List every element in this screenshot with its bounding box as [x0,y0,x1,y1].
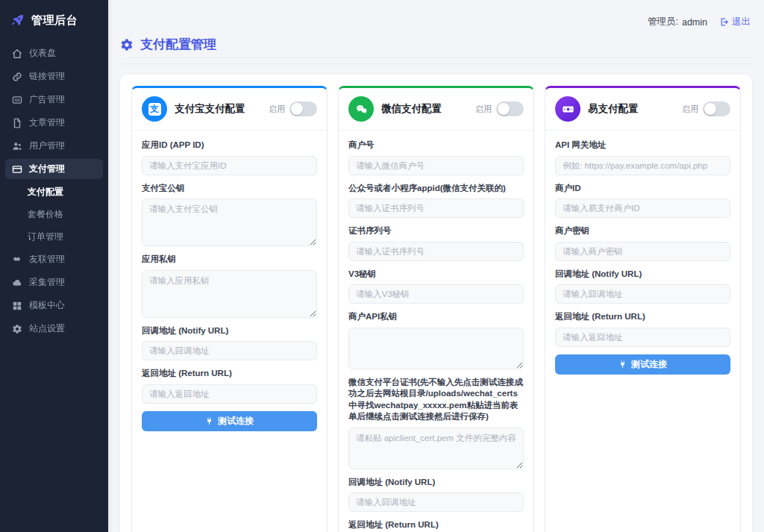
wechat-enable-toggle[interactable] [496,101,524,116]
alipay-enable-toggle[interactable] [289,101,317,116]
field-label: 回调地址 (Notify URL) [555,269,730,281]
plug-icon [205,417,213,425]
epay-merchant-id-input[interactable] [555,198,730,218]
payment-cards: 支 支付宝支付配置 启用 应用ID (APP ID) 支付宝公钥 [131,86,741,532]
epay-notify-url-input[interactable] [555,284,730,304]
field-label: 应用ID (APP ID) [142,140,317,151]
cloud-icon [12,278,22,288]
field-label: 应用私钥 [142,254,317,266]
grid-icon [12,301,22,311]
alipay-public-key-textarea[interactable] [142,198,317,246]
logout-icon [719,17,729,27]
logout-button[interactable]: 退出 [719,16,751,28]
sidebar-item-articles[interactable]: 文章管理 [5,113,103,133]
sidebar-item-label: 用户管理 [29,140,65,152]
sidebar-item-label: 仪表盘 [29,47,56,60]
toggle-knob [704,103,716,115]
plug-icon [619,360,627,369]
gear-icon [12,324,22,334]
sidebar-item-site-settings[interactable]: 站点设置 [5,319,103,339]
content-panel: 支 支付宝支付配置 启用 应用ID (APP ID) 支付宝公钥 [120,75,752,532]
field-label: 返回地址 (Return URL) [348,519,524,531]
alipay-test-connection-button[interactable]: 测试连接 [142,411,317,431]
enable-label: 启用 [682,104,698,115]
sidebar-item-label: 友联管理 [29,253,65,266]
wechat-cert-serial-input[interactable] [348,242,524,261]
button-label: 测试连接 [631,358,667,371]
field-label: 商户ID [555,183,730,195]
sidebar-item-label: 支付管理 [29,163,65,175]
enable-label: 启用 [269,104,285,115]
field-label: 返回地址 (Return URL) [142,368,317,380]
alipay-card-title: 支付宝支付配置 [175,102,261,116]
sidebar-item-friend-links[interactable]: 友联管理 [5,249,103,269]
epay-enable-control: 启用 [682,101,730,116]
handshake-icon [12,254,22,265]
epay-gateway-input[interactable] [555,156,730,175]
admin-info: 管理员: admin [648,16,707,28]
alipay-return-url-input[interactable] [142,384,317,404]
wechat-v3-key-input[interactable] [348,284,524,304]
wechat-api-private-key-textarea[interactable] [348,328,524,369]
epay-card: 易支付配置 启用 API 网关地址 商户ID [545,86,741,532]
logout-label: 退出 [732,16,751,28]
page-title: 支付配置管理 [140,36,216,53]
wechat-enable-control: 启用 [475,101,524,116]
sidebar-subitem-payment-config[interactable]: 支付配置 [5,182,103,201]
article-icon [12,118,22,128]
toggle-knob [291,103,303,115]
sidebar-item-users[interactable]: 用户管理 [5,136,103,156]
wechat-platform-cert-textarea[interactable] [348,428,524,469]
epay-return-url-input[interactable] [555,328,730,347]
sidebar-item-payment[interactable]: 支付管理 [5,159,103,179]
wechat-notify-url-input[interactable] [348,492,524,512]
svg-text:Ad: Ad [15,98,20,102]
sidebar-item-label: 文章管理 [29,116,65,129]
sidebar: 管理后台 仪表盘 链接管理 Ad 广告管理 文章管理 用户管理 支付管理 [0,0,108,532]
alipay-appid-input[interactable] [142,156,317,175]
button-label: 测试连接 [218,415,254,428]
toggle-knob [498,103,510,115]
epay-enable-toggle[interactable] [703,101,730,116]
page-header: 支付配置管理 [120,36,752,64]
alipay-card-body: 应用ID (APP ID) 支付宝公钥 应用私钥 回调地址 (Notify UR… [132,131,327,532]
field-label: 返回地址 (Return URL) [555,311,730,323]
field-label: 商户密钥 [555,225,730,237]
alipay-private-key-textarea[interactable] [142,270,317,318]
epay-icon [555,96,580,122]
sidebar-item-templates[interactable]: 模板中心 [5,295,103,316]
topbar: 管理员: admin 退出 [108,0,764,30]
field-label: V3秘钥 [348,269,524,281]
field-label: API 网关地址 [555,140,730,151]
epay-merchant-key-input[interactable] [555,242,730,261]
sidebar-item-label: 模板中心 [29,299,65,312]
epay-test-connection-button[interactable]: 测试连接 [555,354,730,375]
sidebar-item-links[interactable]: 链接管理 [5,66,103,87]
field-label: 商户号 [348,140,524,151]
payment-icon [12,164,22,175]
sidebar-item-collect[interactable]: 采集管理 [5,272,103,292]
wechat-icon [348,96,374,122]
rocket-icon [10,13,25,28]
epay-card-body: API 网关地址 商户ID 商户密钥 回调地址 (Notify URL) [545,131,740,532]
sidebar-subitem-label: 套餐价格 [28,208,63,221]
gear-icon [120,38,134,51]
sidebar-subitem-package-price[interactable]: 套餐价格 [5,204,103,224]
sidebar-item-label: 链接管理 [29,70,65,83]
alipay-card-header: 支 支付宝支付配置 启用 [132,88,327,131]
sidebar-item-dashboard[interactable]: 仪表盘 [5,43,103,63]
field-label: 回调地址 (Notify URL) [142,325,317,337]
wechat-appid-input[interactable] [348,198,524,218]
sidebar-item-label: 广告管理 [29,93,65,106]
link-icon [12,72,22,82]
epay-card-title: 易支付配置 [588,102,674,116]
field-label: 回调地址 (Notify URL) [348,477,524,489]
alipay-notify-url-input[interactable] [142,341,317,360]
sidebar-nav: 仪表盘 链接管理 Ad 广告管理 文章管理 用户管理 支付管理 支付配置 套 [0,43,108,339]
sidebar-subitem-orders[interactable]: 订单管理 [5,227,103,246]
enable-label: 启用 [475,104,492,115]
wechat-merchant-id-input[interactable] [348,156,524,175]
field-label: 商户API私钥 [348,311,524,323]
sidebar-item-ads[interactable]: Ad 广告管理 [5,90,103,110]
wechat-card-header: 微信支付配置 启用 [339,88,533,131]
